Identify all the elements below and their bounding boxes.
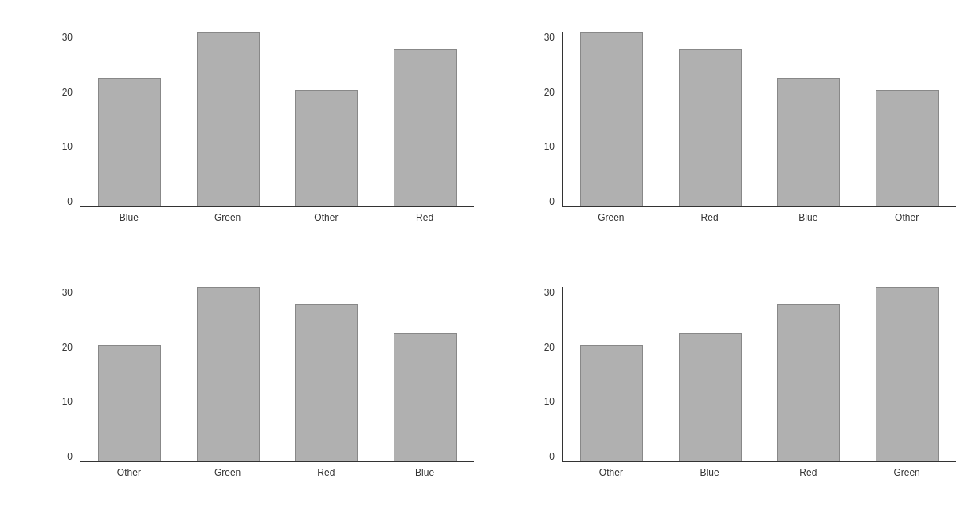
bars-wrapper: [562, 287, 956, 462]
y-tick: 20: [62, 342, 76, 353]
bar-group: [376, 287, 475, 461]
y-tick: 10: [544, 396, 558, 407]
chart-bottom-left: 3020100OtherGreenRedBlue: [8, 263, 490, 518]
x-labels: OtherBlueRedGreen: [562, 464, 956, 486]
bar: [777, 304, 840, 461]
chart-top-right: 3020100GreenRedBlueOther: [490, 8, 972, 263]
x-labels: GreenRedBlueOther: [562, 209, 956, 231]
y-tick: 10: [62, 396, 76, 407]
y-tick: 0: [67, 196, 76, 207]
y-axis: 3020100: [48, 287, 76, 462]
bar-group: [376, 32, 475, 206]
bar: [580, 345, 643, 461]
y-tick: 20: [62, 87, 76, 98]
y-tick: 10: [544, 141, 558, 152]
bar: [394, 49, 457, 206]
y-tick: 0: [549, 196, 558, 207]
y-tick: 30: [544, 287, 558, 298]
x-label: Green: [857, 464, 956, 486]
y-axis: 3020100: [530, 32, 558, 207]
bar-group: [858, 32, 957, 206]
x-label: Blue: [759, 209, 858, 231]
bar-group: [179, 32, 278, 206]
y-tick: 30: [544, 32, 558, 43]
x-label: Other: [562, 464, 661, 486]
bar: [777, 78, 840, 206]
y-tick: 30: [62, 287, 76, 298]
bar: [197, 287, 260, 461]
bar: [679, 49, 742, 206]
chart-top-left: 3020100BlueGreenOtherRed: [8, 8, 490, 263]
bar-group: [80, 287, 179, 461]
bars-wrapper: [562, 32, 956, 207]
bar: [295, 90, 358, 206]
y-axis: 3020100: [530, 287, 558, 462]
x-label: Blue: [80, 209, 178, 231]
bar-group: [759, 32, 858, 206]
bar-group: [759, 287, 858, 461]
bar: [876, 287, 939, 461]
bars-wrapper: [80, 287, 474, 462]
charts-grid: 3020100BlueGreenOtherRed3020100GreenRedB…: [0, 0, 980, 526]
bar-group: [563, 32, 661, 206]
x-label: Other: [80, 464, 178, 486]
x-label: Red: [375, 209, 474, 231]
bar-group: [563, 287, 661, 461]
x-label: Other: [857, 209, 956, 231]
y-tick: 0: [549, 451, 558, 462]
y-tick: 30: [62, 32, 76, 43]
bar: [394, 333, 457, 461]
bar-group: [661, 287, 760, 461]
bar: [876, 90, 939, 206]
bar-group: [858, 287, 957, 461]
bar: [98, 78, 161, 206]
x-label: Red: [759, 464, 858, 486]
x-label: Green: [178, 464, 277, 486]
bar-group: [277, 287, 376, 461]
y-axis: 3020100: [48, 32, 76, 207]
bar-group: [80, 32, 179, 206]
x-labels: BlueGreenOtherRed: [80, 209, 474, 231]
bar: [197, 32, 260, 206]
y-tick: 10: [62, 141, 76, 152]
y-tick: 20: [544, 87, 558, 98]
bar-group: [277, 32, 376, 206]
bars-wrapper: [80, 32, 474, 207]
y-tick: 20: [544, 342, 558, 353]
bar: [295, 304, 358, 461]
x-label: Other: [277, 209, 376, 231]
x-label: Blue: [375, 464, 474, 486]
chart-bottom-right: 3020100OtherBlueRedGreen: [490, 263, 972, 518]
bar: [679, 333, 742, 461]
bar-group: [179, 287, 278, 461]
x-label: Red: [661, 209, 759, 231]
x-label: Green: [178, 209, 277, 231]
x-label: Red: [277, 464, 376, 486]
bar: [98, 345, 161, 461]
y-tick: 0: [67, 451, 76, 462]
bar-group: [661, 32, 760, 206]
x-labels: OtherGreenRedBlue: [80, 464, 474, 486]
bar: [580, 32, 643, 206]
x-label: Green: [562, 209, 661, 231]
x-label: Blue: [661, 464, 759, 486]
